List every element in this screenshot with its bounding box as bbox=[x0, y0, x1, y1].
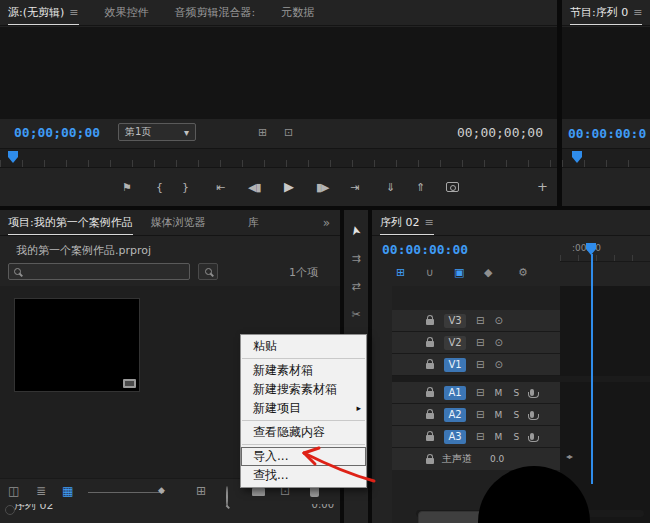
toggle-output-icon[interactable]: ⊙ bbox=[494, 337, 502, 348]
tab-audio-clip-mixer[interactable]: 音频剪辑混合器: bbox=[175, 0, 256, 26]
list-view-icon[interactable]: ≣ bbox=[36, 484, 46, 498]
source-ruler[interactable] bbox=[0, 148, 557, 168]
step-back-icon[interactable]: ◀▮ bbox=[248, 181, 261, 194]
solo-button[interactable]: S bbox=[512, 410, 520, 420]
button-editor-plus-icon[interactable]: + bbox=[537, 179, 547, 194]
lock-icon[interactable] bbox=[426, 319, 434, 325]
mark-in-icon[interactable]: { bbox=[156, 181, 162, 194]
sync-lock-icon[interactable]: ⊟ bbox=[476, 337, 484, 348]
readout-view-icon[interactable]: ◫ bbox=[8, 484, 19, 498]
sync-lock-icon[interactable]: ⊟ bbox=[476, 315, 484, 326]
panel-menu-icon[interactable]: ≡ bbox=[425, 211, 434, 235]
mic-icon[interactable] bbox=[530, 389, 534, 396]
track-select-tool-icon[interactable]: ⇉ bbox=[351, 252, 360, 265]
track-label-v3[interactable]: V3 bbox=[444, 314, 466, 328]
pan-keyframe-icon[interactable]: ◂▸ bbox=[566, 452, 572, 461]
zoom-slider-track[interactable] bbox=[88, 492, 164, 493]
export-frame-icon[interactable] bbox=[446, 182, 459, 192]
source-timecode[interactable]: 00;00;00;00 bbox=[14, 125, 100, 140]
lock-icon[interactable] bbox=[426, 391, 434, 397]
page-dropdown[interactable]: 第1页 ▾ bbox=[118, 123, 196, 141]
add-marker-icon[interactable]: ⚑ bbox=[122, 181, 131, 194]
program-timecode[interactable]: 00:00:00:0 bbox=[568, 126, 646, 141]
lock-icon[interactable] bbox=[426, 413, 434, 419]
zoom-slider-handle[interactable]: ◆ bbox=[158, 485, 165, 495]
track-label-a2[interactable]: A2 bbox=[444, 408, 466, 422]
tab-overflow-icon[interactable]: » bbox=[323, 216, 330, 230]
mute-button[interactable]: M bbox=[494, 432, 502, 442]
menu-item-new-search-bin[interactable]: 新建搜索素材箱 bbox=[241, 380, 366, 399]
menu-item-view-hidden[interactable]: 查看隐藏内容 bbox=[241, 423, 366, 442]
panel-menu-icon[interactable]: ≡ bbox=[633, 1, 642, 25]
timeline-ruler[interactable]: :00:00 bbox=[560, 236, 650, 262]
settings-grid-icon[interactable]: ⊞ bbox=[258, 126, 267, 139]
program-ruler[interactable] bbox=[562, 148, 650, 168]
linked-selection-icon[interactable]: ▣ bbox=[454, 266, 464, 279]
sync-lock-icon[interactable]: ⊟ bbox=[476, 431, 484, 442]
mute-button[interactable]: M bbox=[494, 410, 502, 420]
solo-button[interactable]: S bbox=[512, 432, 520, 442]
icon-view-icon[interactable]: ▦ bbox=[62, 484, 73, 498]
solo-button[interactable]: S bbox=[512, 388, 520, 398]
mic-icon[interactable] bbox=[530, 411, 534, 418]
mark-out-icon[interactable]: } bbox=[182, 181, 188, 194]
ripple-edit-tool-icon[interactable]: ⇄ bbox=[351, 280, 360, 293]
track-row-a2[interactable]: A2 ⊟ M S bbox=[392, 404, 560, 426]
sync-lock-icon[interactable]: ⊟ bbox=[476, 409, 484, 420]
tab-media-browser[interactable]: 媒体浏览器 bbox=[151, 210, 206, 236]
tab-sequence-02[interactable]: 序列 02 ≡ bbox=[380, 210, 434, 236]
track-row-a1[interactable]: A1 ⊟ M S bbox=[392, 382, 560, 404]
lock-icon[interactable] bbox=[426, 363, 434, 369]
timeline-timecode[interactable]: 00:00:00:00 bbox=[382, 242, 468, 257]
find-icon[interactable] bbox=[226, 487, 228, 506]
tab-metadata[interactable]: 元数据 bbox=[281, 0, 314, 26]
new-bin-icon[interactable] bbox=[252, 488, 265, 496]
master-volume-value[interactable]: 0.0 bbox=[490, 454, 504, 464]
play-icon[interactable]: ▶ bbox=[284, 179, 293, 194]
selection-tool-icon[interactable]: ➤ bbox=[351, 224, 361, 237]
tab-program[interactable]: 节目:序列 0 ≡ bbox=[570, 0, 642, 26]
go-to-out-icon[interactable]: ⇥ bbox=[350, 181, 358, 194]
tab-source[interactable]: 源:(无剪辑) ≡ bbox=[8, 0, 79, 26]
track-label-v2[interactable]: V2 bbox=[444, 336, 466, 350]
track-row-v1[interactable]: V1 ⊟ ⊙ bbox=[392, 354, 560, 376]
menu-item-new-bin[interactable]: 新建素材箱 bbox=[241, 361, 366, 380]
search-input[interactable] bbox=[8, 263, 190, 280]
insert-icon[interactable]: ⇓ bbox=[386, 181, 394, 194]
track-row-v2[interactable]: V2 ⊟ ⊙ bbox=[392, 332, 560, 354]
fit-icon[interactable]: ⊡ bbox=[284, 126, 293, 139]
toggle-output-icon[interactable]: ⊙ bbox=[494, 315, 502, 326]
track-row-a3[interactable]: A3 ⊟ M S bbox=[392, 426, 560, 448]
track-label-v1[interactable]: V1 bbox=[444, 358, 466, 372]
sequence-thumbnail[interactable] bbox=[14, 298, 140, 392]
trash-icon[interactable] bbox=[310, 487, 319, 497]
nest-toggle-icon[interactable]: ⊞ bbox=[396, 266, 405, 279]
automate-to-sequence-icon[interactable]: ⊞ bbox=[196, 484, 206, 498]
timeline-settings-icon[interactable]: ⚙ bbox=[518, 266, 528, 279]
track-label-a1[interactable]: A1 bbox=[444, 386, 466, 400]
step-forward-icon[interactable]: ▮▶ bbox=[316, 181, 329, 194]
lock-icon[interactable] bbox=[426, 341, 434, 347]
menu-item-new-item[interactable]: 新建项目 ▸ bbox=[241, 399, 366, 418]
menu-item-find[interactable]: 查找... bbox=[241, 466, 366, 485]
snap-icon[interactable]: ∪ bbox=[426, 266, 434, 279]
sync-lock-icon[interactable]: ⊟ bbox=[476, 387, 484, 398]
tab-effect-controls[interactable]: 效果控件 bbox=[105, 0, 149, 26]
panel-menu-icon[interactable]: ≡ bbox=[69, 1, 78, 25]
search-bin-button[interactable] bbox=[198, 263, 218, 280]
toggle-output-icon[interactable]: ⊙ bbox=[494, 359, 502, 370]
razor-tool-icon[interactable]: ✂ bbox=[351, 308, 360, 321]
menu-item-paste[interactable]: 粘贴 bbox=[241, 337, 366, 356]
go-to-in-icon[interactable]: ⇤ bbox=[216, 181, 224, 194]
lock-icon[interactable] bbox=[426, 458, 434, 464]
add-marker-icon[interactable]: ◆ bbox=[484, 266, 492, 279]
menu-item-import[interactable]: 导入... bbox=[241, 447, 366, 466]
sync-lock-icon[interactable]: ⊟ bbox=[476, 359, 484, 370]
lock-icon[interactable] bbox=[426, 435, 434, 441]
tab-libraries[interactable]: 库 bbox=[248, 210, 259, 236]
tab-project[interactable]: 项目:我的第一个案例作品 bbox=[8, 210, 133, 236]
timeline-playhead-line[interactable] bbox=[591, 254, 593, 484]
track-label-a3[interactable]: A3 bbox=[444, 430, 466, 444]
mute-button[interactable]: M bbox=[494, 388, 502, 398]
track-row-v3[interactable]: V3 ⊟ ⊙ bbox=[392, 310, 560, 332]
